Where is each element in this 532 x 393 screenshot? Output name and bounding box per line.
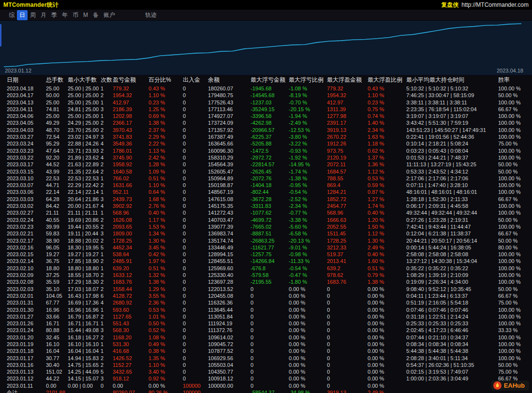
table-row[interactable]: 2023.03.2495.2922.88 | 24.2643549.362.22… (7, 140, 532, 147)
total-row[interactable]: 合计2101.8880260.0780.26 %100000-58544.37-… (7, 389, 532, 393)
table-row[interactable]: 2023.03.0744.7122.29 | 22.4221631.661.10… (7, 182, 532, 189)
table-row[interactable]: 2023.04.0625.0025.00 | 25.0011202.980.69… (7, 113, 532, 119)
table-row[interactable]: 2023.01.2480.8815.44 | 49.083568.300.52 … (7, 327, 532, 334)
cell-pnl: 2485.91 (113, 258, 148, 264)
table-row[interactable]: 2023.04.0549.2924.29 | 25.0022366.171.38… (7, 119, 532, 126)
cell-maxfp_pct: 1.63 % (368, 133, 406, 140)
menu-item-备[interactable]: 备 (90, 10, 101, 20)
table-row[interactable]: 2023.02.0937.2518.55 | 18.7021633.121.32… (7, 272, 532, 278)
column-header[interactable]: 次数 (101, 75, 113, 85)
table-row[interactable]: 2023.01.1816.0416.04 | 16.041416.680.38 … (7, 348, 532, 354)
table-row[interactable]: 2023.04.1325.0025.00 | 25.001412.970.23 … (7, 99, 532, 106)
table-row[interactable]: 2023.04.1174.8124.81 | 25.0032186.391.25… (7, 106, 532, 113)
cell-pct: 2.22 % (148, 140, 183, 147)
table-row[interactable]: 2023.01.13151.0214.25 | 44.0953432.653.4… (7, 368, 532, 375)
table-row[interactable]: 2023.03.2292.2021.89 | 23.6243745.902.42… (7, 154, 532, 161)
scroll-indicator[interactable] (0, 24, 1, 46)
table-row[interactable]: 2023.03.0622.1422.14 | 22.141952.110.64 … (7, 189, 532, 195)
table-row[interactable]: 2023.02.1696.0518.30 | 19.9554452.343.45… (7, 244, 532, 251)
column-header[interactable]: 最小大手数 (68, 75, 101, 85)
cell-maxdd_pct: -2.52 % (289, 196, 327, 203)
cell-winrate: 100.00 % (498, 189, 532, 195)
table-row[interactable]: 2023.01.1916.1016.10 | 16.101531.300.49 … (7, 341, 532, 348)
table-row[interactable]: 2023.01.1730.7714.94 | 15.8321426.521.35… (7, 355, 532, 362)
table-row[interactable]: 2023.03.0364.2820.64 | 21.8632439.731.68… (7, 196, 532, 203)
table-row[interactable]: 2023.01.2032.4516.18 | 16.2721168.201.08… (7, 334, 532, 341)
table-row[interactable]: 2023.04.1750.0025.00 | 25.0021954.321.10… (7, 92, 532, 99)
table-row[interactable]: 2023.03.2772.5423.02 | 24.9733741.832.29… (7, 133, 532, 140)
cell-maxdd: -1945.68 (251, 85, 289, 92)
table-row[interactable]: 2023.01.3016.9616.96 | 16.961593.600.53 … (7, 306, 532, 313)
menu-item-币[interactable]: 币 (70, 10, 81, 20)
table-row[interactable]: 2023.01.2616.7116.71 | 16.711551.430.50 … (7, 320, 532, 327)
table-row[interactable]: 2023.02.2721.1121.11 | 21.111568.960.40 … (7, 209, 532, 216)
cell-times: 0:06:17 | 2:09:31 | 4:45:58 (406, 203, 498, 209)
table-row[interactable]: 2023.02.01104.0516.43 | 17.9864128.723.5… (7, 292, 532, 299)
cell-flow: 0 (183, 334, 208, 341)
cell-maxfp_pct: 1.36 % (368, 161, 406, 168)
table-row[interactable]: 2023.02.1738.9018.88 | 20.0221728.251.30… (7, 237, 532, 244)
menu-item-日[interactable]: 日 (17, 10, 28, 20)
brand-url-link[interactable]: http://MTCommander.com (461, 1, 529, 8)
table-row[interactable]: 2023.03.1543.9921.35 | 22.6421640.581.09… (7, 168, 532, 175)
menu-item-M[interactable]: M (81, 11, 90, 19)
column-header[interactable]: 最大浮盈金额 (327, 75, 368, 85)
cell-maxfp: 0 (327, 375, 368, 382)
table-row[interactable]: 2023.02.1018.8018.80 | 18.801639.200.51 … (7, 265, 532, 272)
brand-area: 复盘侠 http://MTCommander.com (441, 1, 529, 9)
menu-item-周[interactable]: 周 (28, 10, 38, 20)
table-row[interactable]: 2023.01.110.000.00 | 0.0000.000.00 %1000… (7, 382, 532, 389)
equity-chart[interactable]: 2023.01.12 2023.04.18 (0, 21, 532, 75)
menu-item-年[interactable]: 年 (59, 10, 70, 20)
cell-winrate: 100.00 % (498, 209, 532, 216)
table-row[interactable]: 2023.03.1022.5322.53 | 22.531766.020.51 … (7, 175, 532, 182)
table-row[interactable]: 2023.02.2339.9919.44 | 20.5522093.651.53… (7, 223, 532, 230)
table-row[interactable]: 2023.04.1825.0025.00 | 25.001779.320.43 … (7, 85, 532, 92)
cell-maxfp: 1954.32 (327, 92, 368, 99)
cell-pnl: 639.20 (113, 265, 148, 272)
column-header[interactable]: 出入金 (183, 75, 208, 85)
table-row[interactable]: 2023.01.2733.6616.79 | 16.8721127.651.01… (7, 313, 532, 320)
table-row[interactable]: 2023.02.1436.7517.85 | 18.9022485.911.97… (7, 258, 532, 264)
table-row[interactable]: 2023.04.0348.7023.70 | 25.0023970.432.37… (7, 127, 532, 133)
table-row[interactable]: 2023.01.3167.7716.69 | 17.3642680.922.36… (7, 299, 532, 306)
cell-date: 合计 (7, 389, 46, 393)
column-header[interactable]: 总手数 (46, 75, 68, 85)
menu-item-账户[interactable]: 账户 (101, 10, 118, 20)
table-row[interactable]: 2023.01.1630.4014.75 | 15.6521152.271.10… (7, 362, 532, 368)
column-header[interactable]: 余额 (208, 75, 251, 85)
column-header[interactable]: 日期 (7, 75, 46, 85)
table-row[interactable]: 2023.02.2440.5519.69 | 20.8621626.081.17… (7, 217, 532, 223)
column-header[interactable]: 盈亏金额 (113, 75, 148, 85)
table-row[interactable]: 2023.03.0284.4220.00 | 21.6743902.922.76… (7, 203, 532, 209)
menu-item-轨迹[interactable]: 轨迹 (143, 10, 159, 20)
column-header[interactable]: 最大浮亏比例 (289, 75, 327, 85)
cell-lots: 38.90 (46, 237, 68, 244)
cell-maxfp: 2052.55 (327, 223, 368, 230)
column-header[interactable]: 最大浮亏金额 (251, 75, 289, 85)
cell-lots: 47.64 (46, 147, 68, 154)
cell-maxfp: 412.97 (327, 99, 368, 106)
cell-balance: 158310.29 (208, 154, 251, 161)
column-header[interactable]: 百分比% (148, 75, 183, 85)
cell-winrate: 100.00 % (498, 278, 532, 285)
table-row[interactable]: 2023.02.1519.2719.27 | 19.271538.640.42 … (7, 251, 532, 258)
table-row[interactable]: 2023.01.1244.2214.15 | 15.073918.120.92 … (7, 375, 532, 382)
table-row[interactable]: 2023.02.0335.1017.03 | 18.0721558.441.29… (7, 286, 532, 292)
eahub-badge[interactable]: EAHub (491, 380, 529, 391)
cell-minmax: 16.18 | 16.27 (68, 334, 101, 341)
cell-count: 1 (101, 306, 113, 313)
table-row[interactable]: 2023.03.2347.6423.71 | 23.9321786.011.13… (7, 147, 532, 154)
column-header[interactable]: 最小平均最大持仓时间 (406, 75, 498, 85)
column-header[interactable]: 最大浮盈比例 (368, 75, 406, 85)
table-row[interactable]: 2023.02.2159.8319.11 | 20.4431809.001.34… (7, 230, 532, 237)
cell-flow: 0 (183, 258, 208, 264)
menu-item-季[interactable]: 季 (49, 10, 59, 20)
cell-lots: 30.77 (46, 355, 68, 362)
menu-item-月[interactable]: 月 (38, 10, 49, 20)
menu-item-综[interactable]: 综 (6, 10, 17, 20)
cell-pnl: 2439.73 (113, 196, 148, 203)
table-row[interactable]: 2023.02.0835.5917.29 | 18.3021683.761.38… (7, 278, 532, 285)
table-row[interactable]: 2023.03.1744.5221.63 | 22.8921958.921.28… (7, 161, 532, 168)
column-header[interactable]: 胜率 (498, 75, 532, 85)
